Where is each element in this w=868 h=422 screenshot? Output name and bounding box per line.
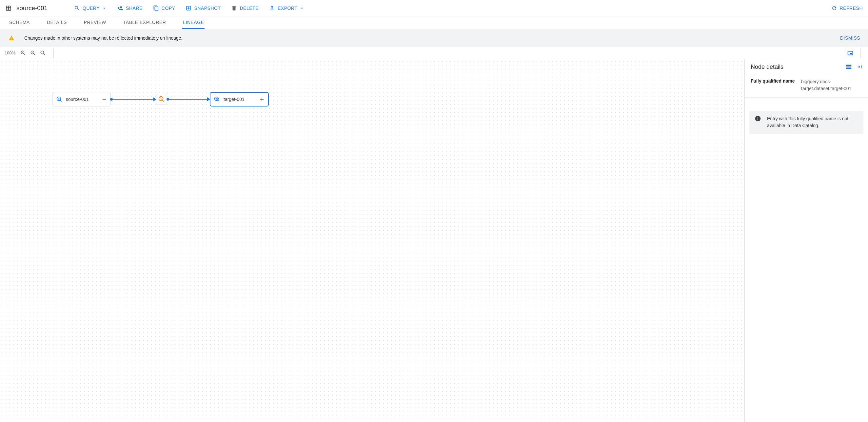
- export-icon: [269, 5, 275, 11]
- info-icon: [754, 115, 761, 122]
- tab-table-explorer[interactable]: Table Explorer: [123, 17, 166, 29]
- delete-button[interactable]: Delete: [231, 5, 258, 11]
- lineage-node-source-label: source-001: [66, 97, 97, 102]
- lineage-edge: [111, 99, 156, 100]
- lineage-edge: [167, 99, 210, 100]
- lineage-graph: source-001: [53, 92, 269, 106]
- delete-label: Delete: [240, 6, 258, 11]
- svg-line-11: [218, 100, 219, 102]
- search-icon: [74, 5, 80, 11]
- canvas-toolbar: 100%: [0, 47, 868, 59]
- table-icon: [5, 5, 12, 11]
- person-add-icon: [117, 5, 123, 11]
- share-label: Share: [126, 6, 143, 11]
- main-content: source-001: [0, 59, 868, 422]
- svg-rect-1: [58, 98, 59, 100]
- svg-rect-9: [216, 98, 217, 100]
- node-details-title: Node details: [751, 64, 841, 70]
- svg-line-6: [163, 100, 164, 102]
- zoom-out-button[interactable]: [30, 50, 36, 56]
- snapshot-button[interactable]: Snapshot: [186, 5, 221, 11]
- tabstrip: Schema Details Preview Table Explorer Li…: [0, 17, 868, 29]
- node-details-header: Node details: [745, 59, 868, 74]
- lineage-process-node[interactable]: [156, 94, 167, 105]
- dismiss-button[interactable]: DISMISS: [840, 35, 860, 41]
- refresh-button[interactable]: Refresh: [831, 5, 863, 11]
- share-button[interactable]: Share: [117, 5, 143, 11]
- query-button[interactable]: Query: [74, 5, 107, 11]
- notice-message: Changes made in other systems may not be…: [24, 35, 830, 41]
- node-details-panel: Node details Fully qualified name bigque…: [745, 59, 868, 422]
- tab-details[interactable]: Details: [46, 17, 67, 29]
- tab-preview[interactable]: Preview: [83, 17, 107, 29]
- tab-lineage[interactable]: Lineage: [182, 17, 205, 29]
- svg-rect-2: [59, 98, 59, 100]
- query-label: Query: [83, 6, 100, 11]
- refresh-icon: [831, 5, 837, 11]
- lineage-node-target-label: target-001: [223, 97, 255, 102]
- page-title: source-001: [5, 5, 54, 12]
- lineage-canvas[interactable]: source-001: [0, 59, 745, 422]
- lineage-node-source[interactable]: source-001: [53, 92, 111, 106]
- dropdown-icon: [102, 6, 107, 11]
- panel-layout-button[interactable]: [845, 63, 852, 70]
- expand-icon[interactable]: [258, 96, 266, 103]
- fqn-row: Fully qualified name bigquery:docs-targe…: [745, 74, 868, 98]
- svg-rect-10: [217, 99, 218, 100]
- tab-schema[interactable]: Schema: [8, 17, 30, 29]
- snapshot-icon: [186, 5, 191, 11]
- warning-icon: [8, 35, 14, 41]
- dropdown-icon: [299, 6, 305, 11]
- refresh-label: Refresh: [840, 6, 863, 11]
- fqn-value: bigquery:docs-target.dataset.target-001: [801, 78, 862, 92]
- export-button[interactable]: Export: [269, 5, 305, 11]
- toggle-minimap-button[interactable]: [847, 50, 854, 57]
- top-toolbar: source-001 Query Share Copy: [0, 0, 868, 17]
- zoom-level: 100%: [5, 51, 16, 55]
- zoom-reset-button[interactable]: [40, 50, 46, 56]
- copy-icon: [153, 5, 159, 11]
- lineage-node-target[interactable]: target-001: [210, 92, 269, 106]
- toolbar-actions: Query Share Copy Snapshot: [74, 5, 305, 11]
- page-title-text: source-001: [17, 5, 48, 12]
- trash-icon: [231, 5, 237, 11]
- copy-button[interactable]: Copy: [153, 5, 175, 11]
- copy-label: Copy: [162, 6, 175, 11]
- fqn-label: Fully qualified name: [751, 78, 797, 92]
- snapshot-label: Snapshot: [194, 6, 221, 11]
- toolbar-separator: [861, 48, 861, 58]
- export-label: Export: [278, 6, 297, 11]
- bigquery-icon: [56, 96, 63, 102]
- zoom-in-button[interactable]: [20, 50, 27, 56]
- panel-collapse-button[interactable]: [856, 63, 863, 70]
- lineage-notice: Changes made in other systems may not be…: [0, 29, 868, 47]
- collapse-icon[interactable]: [101, 96, 108, 103]
- unavailable-text: Entry with this fully qualified name is …: [767, 115, 858, 129]
- unavailable-callout: Entry with this fully qualified name is …: [749, 111, 863, 134]
- svg-rect-3: [60, 99, 60, 100]
- svg-rect-8: [216, 98, 216, 100]
- bigquery-icon: [214, 96, 220, 102]
- svg-line-4: [60, 100, 62, 102]
- toolbar-separator: [54, 48, 54, 58]
